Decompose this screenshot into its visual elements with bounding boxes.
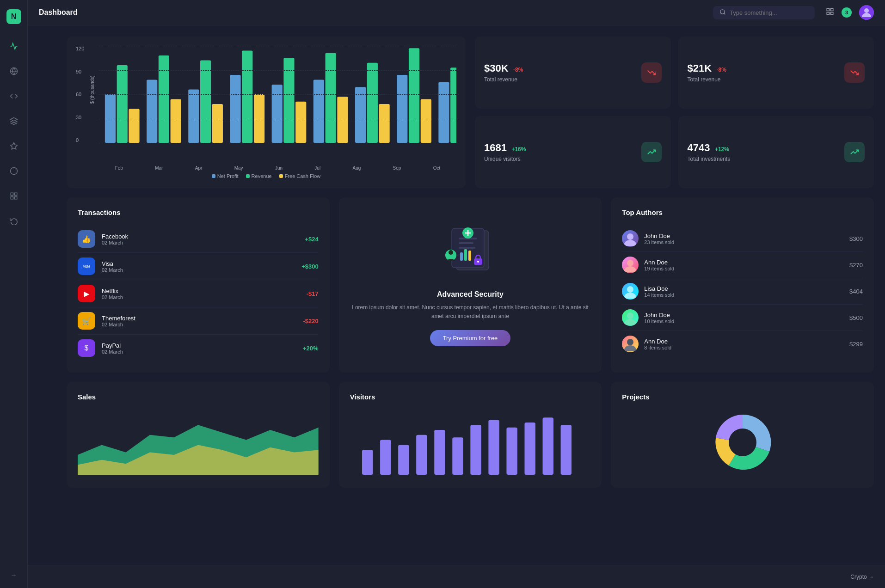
svg-line-10	[724, 13, 725, 14]
author-name-4: John Doe	[644, 312, 849, 318]
transactions-card: Transactions 👍 Facebook 02 March +$24 VI…	[67, 197, 330, 373]
grid-icon[interactable]	[826, 7, 834, 18]
stat-change-visitors: +16%	[511, 146, 526, 153]
svg-rect-55	[460, 252, 463, 261]
sidebar-item-star[interactable]	[6, 138, 22, 154]
svg-point-77	[729, 429, 756, 456]
sidebar-collapse-arrow[interactable]: →	[11, 571, 17, 579]
sales-title: Sales	[78, 393, 319, 401]
visa-amount: +$300	[301, 263, 319, 270]
svg-rect-72	[488, 420, 499, 475]
search-bar	[713, 6, 815, 19]
footer: Crypto →	[0, 565, 885, 588]
sidebar-logo[interactable]: N	[6, 9, 21, 24]
svg-rect-56	[464, 249, 467, 261]
security-illustration	[433, 224, 507, 281]
top-authors-title: Top Authors	[622, 208, 863, 216]
author-name-3: Lisa Doe	[644, 285, 849, 292]
svg-point-59	[477, 261, 479, 263]
transaction-paypal: $ PayPal 02 March +20%	[78, 335, 319, 361]
svg-point-9	[720, 9, 725, 13]
stat-change-investments: +12%	[715, 146, 729, 153]
search-icon	[719, 9, 726, 17]
netflix-amount: -$17	[307, 290, 319, 297]
author-amount-5: $299	[849, 341, 863, 348]
legend-cashflow: Free Cash Flow	[285, 173, 321, 179]
svg-text:VISA: VISA	[83, 265, 90, 268]
svg-marker-2	[10, 118, 17, 122]
paypal-date: 02 March	[102, 349, 303, 355]
author-items-5: 8 items sold	[644, 345, 849, 350]
page-title: Dashboard	[39, 8, 78, 17]
pie-chart-container	[622, 410, 863, 475]
stat-label-revenue1: Total revenue	[484, 76, 523, 83]
transaction-netflix: ▶ Netflix 02 March -$17	[78, 280, 319, 307]
transaction-visa: VISA Visa 02 March +$300	[78, 253, 319, 280]
sidebar-item-history[interactable]	[6, 213, 22, 229]
topbar: Dashboard 3	[28, 0, 885, 25]
main-content: 1209060300 $ (thousands)	[28, 0, 885, 499]
author-name-5: Ann Doe	[644, 338, 849, 345]
stat-card-total-revenue-1: $30K -8% Total revenue	[475, 37, 671, 109]
facebook-icon: 👍	[78, 230, 95, 248]
visitors-title: Visitors	[350, 393, 591, 401]
facebook-date: 02 March	[102, 240, 305, 245]
themeforest-name: Themeforest	[102, 315, 303, 322]
revenue-chart-card: 1209060300 $ (thousands)	[67, 37, 466, 188]
netflix-name: Netflix	[102, 288, 307, 294]
legend-revenue: Revenue	[252, 173, 272, 179]
avatar[interactable]	[859, 5, 874, 20]
sidebar-item-circle[interactable]	[6, 163, 22, 179]
facebook-name: Facebook	[102, 233, 305, 240]
stats-area: $30K -8% Total revenue $21K -8%	[475, 37, 874, 188]
chart-legend: Net Profit Revenue Free Cash Flow	[76, 173, 456, 179]
y-axis-label: $ (thousands)	[90, 75, 95, 104]
netflix-date: 02 March	[102, 294, 307, 300]
svg-rect-74	[524, 423, 535, 475]
stat-value-investments: 4743	[688, 142, 710, 153]
sidebar-item-code[interactable]	[6, 88, 22, 104]
author-amount-3: $404	[849, 288, 863, 295]
svg-rect-12	[831, 8, 833, 11]
author-amount-2: $270	[849, 262, 863, 269]
svg-point-64	[627, 339, 633, 345]
sidebar-item-grid[interactable]	[6, 188, 22, 204]
try-premium-button[interactable]: Try Premium for free	[430, 330, 511, 346]
stat-value-visitors: 1681	[484, 142, 507, 153]
author-lisa-doe: Lisa Doe 14 items sold $404	[622, 278, 863, 305]
sidebar-item-layers[interactable]	[6, 113, 22, 129]
visa-icon: VISA	[78, 257, 95, 275]
security-description: Lorem ipsum dolor sit amet. Nunc cursus …	[350, 303, 591, 321]
svg-rect-5	[11, 193, 13, 195]
svg-point-51	[449, 250, 453, 255]
svg-rect-7	[14, 197, 17, 199]
sales-card: Sales	[67, 382, 330, 488]
sidebar-item-activity[interactable]	[6, 38, 22, 55]
stat-value-revenue1: $30K	[484, 62, 509, 74]
svg-rect-70	[452, 437, 463, 475]
svg-rect-6	[14, 193, 17, 195]
chart-gridlines	[99, 46, 456, 143]
chart-area	[99, 46, 456, 143]
author-avatar-1	[622, 230, 639, 247]
themeforest-amount: -$220	[303, 318, 318, 325]
author-avatar-2	[622, 257, 639, 273]
author-items-1: 23 items sold	[644, 239, 849, 245]
author-ann-doe-2: Ann Doe 8 items sold $299	[622, 331, 863, 357]
author-avatar-5	[622, 336, 639, 352]
themeforest-date: 02 March	[102, 322, 303, 327]
crypto-link[interactable]: Crypto →	[850, 574, 874, 580]
security-card: Advanced Security Lorem ipsum dolor sit …	[339, 197, 602, 373]
top-authors-card: Top Authors John Doe 23 items sold $300	[611, 197, 874, 373]
search-input[interactable]	[730, 9, 808, 16]
svg-rect-67	[398, 445, 409, 475]
svg-rect-68	[416, 435, 427, 475]
visa-name: Visa	[102, 260, 301, 267]
author-avatar-3	[622, 283, 639, 300]
notification-badge[interactable]: 3	[842, 7, 852, 18]
sales-chart-svg	[78, 410, 319, 475]
svg-rect-76	[560, 425, 571, 475]
stat-icon-up-investments	[844, 142, 865, 162]
svg-rect-69	[434, 430, 445, 475]
sidebar-item-globe[interactable]	[6, 63, 22, 80]
